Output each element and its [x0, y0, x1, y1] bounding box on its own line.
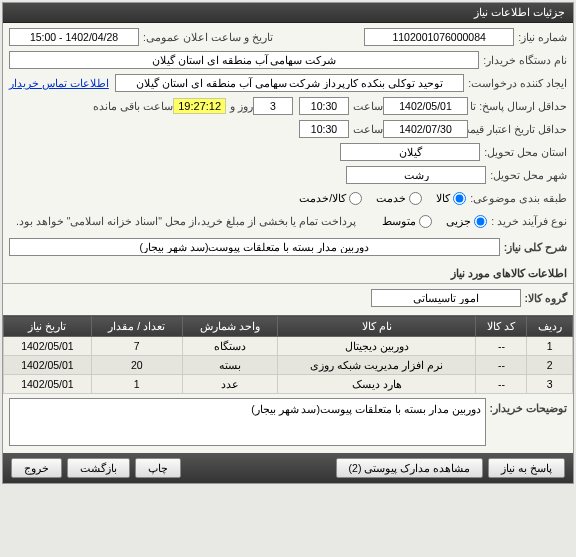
remaining-suffix: ساعت باقی مانده: [93, 100, 173, 112]
th-qty: تعداد / مقدار: [91, 316, 182, 337]
creator-input[interactable]: [115, 74, 464, 92]
days-label: روز و: [230, 100, 253, 112]
table-row[interactable]: 1--دوربین دیجیتالدستگاه71402/05/01: [4, 337, 573, 356]
city-input[interactable]: [346, 166, 486, 184]
table-row[interactable]: 3--هارد دیسکعدد11402/05/01: [4, 375, 573, 394]
th-code: کد کالا: [476, 316, 527, 337]
validity-time[interactable]: [299, 120, 349, 138]
desc-input[interactable]: [9, 238, 500, 256]
exit-button[interactable]: خروج: [11, 458, 62, 478]
validity-label: حداقل تاریخ اعتبار قیمت: تا تاریخ:: [472, 123, 567, 135]
th-idx: ردیف: [527, 316, 573, 337]
notes-textarea[interactable]: [9, 398, 486, 446]
reply-button[interactable]: پاسخ به نیاز: [488, 458, 565, 478]
notes-label: توضیحات خریدار:: [490, 398, 567, 414]
back-button[interactable]: بازگشت: [67, 458, 130, 478]
category-label: طبقه بندی موضوعی:: [470, 192, 567, 204]
process-label: نوع فرآیند خرید :: [491, 215, 567, 227]
radio-partial[interactable]: جزیی: [446, 215, 487, 228]
group-input[interactable]: [371, 289, 521, 307]
creator-label: ایجاد کننده درخواست:: [468, 77, 567, 89]
radio-both[interactable]: کالا/خدمت: [299, 192, 362, 205]
buyer-input[interactable]: [9, 51, 479, 69]
radio-goods[interactable]: کالا: [436, 192, 466, 205]
th-unit: واحد شمارش: [182, 316, 277, 337]
need-no-label: شماره نیاز:: [518, 31, 567, 43]
contact-link[interactable]: اطلاعات تماس خریدار: [9, 77, 109, 89]
deadline-label: حداقل ارسال پاسخ: تا تاریخ:: [472, 100, 567, 112]
panel-title: جزئیات اطلاعات نیاز: [3, 3, 573, 23]
items-table: ردیف کد کالا نام کالا واحد شمارش تعداد /…: [3, 315, 573, 394]
footer-bar: پاسخ به نیاز مشاهده مدارک پیوستی (2) چاپ…: [3, 453, 573, 483]
print-button[interactable]: چاپ: [135, 458, 181, 478]
th-date: تاریخ نیاز: [4, 316, 92, 337]
deadline-time[interactable]: [299, 97, 349, 115]
group-label: گروه کالا:: [525, 292, 567, 304]
time-label-2: ساعت: [353, 123, 383, 135]
announce-input[interactable]: [9, 28, 139, 46]
province-label: استان محل تحویل:: [484, 146, 567, 158]
process-note: پرداخت تمام یا بخشی از مبلغ خرید،از محل …: [16, 215, 356, 227]
radio-service[interactable]: خدمت: [376, 192, 422, 205]
announce-label: تاریخ و ساعت اعلان عمومی:: [143, 31, 273, 43]
need-no-input[interactable]: [364, 28, 514, 46]
table-row[interactable]: 2--نرم افزار مدیریت شبکه روزیبسته201402/…: [4, 356, 573, 375]
th-name: نام کالا: [277, 316, 475, 337]
remaining-time: 19:27:12: [173, 98, 226, 114]
buyer-label: نام دستگاه خریدار:: [483, 54, 567, 66]
validity-date[interactable]: [383, 120, 468, 138]
radio-medium[interactable]: متوسط: [382, 215, 432, 228]
province-input[interactable]: [340, 143, 480, 161]
desc-label: شرح کلی نیاز:: [504, 241, 567, 253]
docs-button[interactable]: مشاهده مدارک پیوستی (2): [336, 458, 484, 478]
city-label: شهر محل تحویل:: [490, 169, 567, 181]
items-section-title: اطلاعات کالاهای مورد نیاز: [3, 264, 573, 284]
remaining-days: [253, 97, 293, 115]
time-label-1: ساعت: [353, 100, 383, 112]
deadline-date[interactable]: [383, 97, 468, 115]
